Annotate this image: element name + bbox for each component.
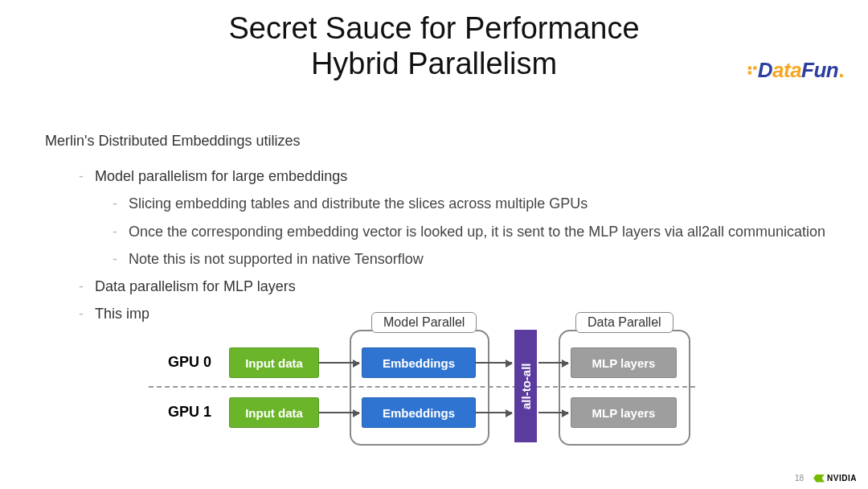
embeddings-gpu0: Embeddings (362, 347, 476, 378)
body-text: Merlin's Distributed Embeddings utilizes… (45, 127, 836, 327)
input-data-gpu1: Input data (229, 397, 319, 428)
footer: 18 NVIDIA (795, 474, 857, 483)
nvidia-eye-icon (813, 475, 825, 483)
gpu1-label: GPU 1 (155, 404, 211, 421)
arrow-icon (476, 412, 512, 413)
gpu0-label: GPU 0 (155, 354, 211, 371)
diagram: Model Parallel Data Parallel GPU 0 GPU 1… (149, 304, 711, 465)
bullet-1b: -Once the corresponding embedding vector… (113, 218, 836, 245)
bullet-1: -Model parallelism for large embeddings (79, 162, 836, 190)
slide: Secret Sauce for Performance Hybrid Para… (0, 0, 868, 489)
nvidia-logo: NVIDIA (813, 474, 857, 483)
bullet-1a: -Slicing embedding tables and distribute… (113, 190, 836, 217)
arrow-icon (319, 412, 359, 413)
embeddings-gpu1: Embeddings (362, 397, 476, 428)
bullet-1c: -Note this is not supported in native Te… (113, 245, 836, 273)
model-parallel-label: Model Parallel (371, 312, 477, 333)
input-data-gpu0: Input data (229, 347, 319, 378)
title-line-2: Hybrid Parallelism (311, 47, 557, 80)
data-parallel-label: Data Parallel (575, 312, 674, 333)
mlp-gpu0: MLP layers (571, 347, 677, 378)
arrow-icon (538, 362, 568, 364)
arrow-icon (319, 362, 359, 364)
arrow-icon (476, 362, 512, 364)
logo-dots-icon: ⠖ (746, 60, 756, 80)
intro-text: Merlin's Distributed Embeddings utilizes (45, 127, 836, 154)
page-number: 18 (795, 474, 804, 483)
title-line-1: Secret Sauce for Performance (228, 11, 639, 45)
datafun-logo: ⠖DataFun. (746, 58, 844, 83)
nvidia-text: NVIDIA (827, 474, 857, 483)
gpu-divider (149, 386, 695, 388)
all-to-all-bar: all-to-all (514, 330, 537, 442)
mlp-gpu1: MLP layers (571, 397, 677, 428)
bullet-2: -Data parallelism for MLP layers (79, 273, 836, 300)
slide-title: Secret Sauce for Performance Hybrid Para… (0, 11, 868, 81)
arrow-icon (538, 412, 568, 413)
